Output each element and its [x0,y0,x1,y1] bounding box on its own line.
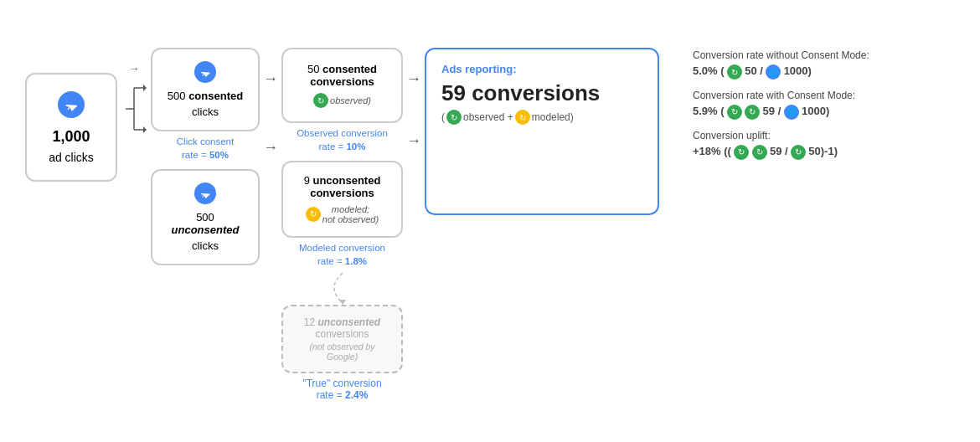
svg-marker-6 [339,300,346,305]
consented-clicks-box: 500 consented clicks [151,48,260,131]
diagram: 1,000 ad clicks → [0,24,980,417]
consented-conversions-box: 50 consentedconversions ↻ observed) [281,48,403,123]
green-observed-icon-1: ↻ [313,93,328,108]
green-icon-stat3a: ↻ [734,145,749,160]
dashed-arrow-section: 12 unconsentedconversions (not observed … [281,271,403,401]
observed-conversion-rate: Observed conversionrate = 10% [281,126,403,153]
green-icon-stat1: ↻ [727,64,742,80]
blue-icon-stat1: 🌐 [766,64,781,80]
ads-reporting-sub: ( ↻ observed + ↻ modeled) [441,110,642,125]
unconsented-clicks-text: 500 unconsented [166,211,245,236]
unconsented-cursor-icon [194,182,216,204]
consented-clicks-text: 500 consented [168,90,243,102]
unconsented-conversions-group: 9 unconsentedconversions ↻ modeled;not o… [281,161,403,401]
green-icon-stat2a: ↻ [727,105,742,120]
clicks-column: 500 consented clicks Click consentrate =… [151,48,260,265]
stat-with-consent: Conversion rate with Consent Mode: 5.9% … [693,88,869,120]
green-icon-stat3b: ↻ [752,145,767,160]
modeled-conversion-rate: Modeled conversionrate = 1.8% [281,241,403,268]
green-icon-reporting: ↻ [446,110,462,125]
consented-cursor-icon [194,61,216,83]
middle-arrows: → → [260,48,281,178]
click-consent-rate: Click consentrate = 50% [151,135,260,162]
ads-reporting-title: Ads reporting: [441,63,642,75]
green-icon-stat2b: ↻ [745,105,760,120]
arrow-unconsented-to-ads: → [403,110,425,172]
yellow-icon-reporting: ↻ [515,110,530,125]
ad-clicks-box: 1,000 ad clicks [25,73,117,182]
unconsented-clicks-group: 500 unconsented clicks [151,169,260,265]
svg-marker-5 [143,126,147,133]
right-section: Ads reporting: 59 conversions ( ↻ observ… [425,48,869,215]
stat-without-consent: Conversion rate without Consent Mode: 5.… [693,48,869,80]
green-icon-stat3c: ↻ [791,145,806,160]
true-conversion-rate: "True" conversionrate = 2.4% [302,378,381,401]
svg-marker-4 [143,85,147,91]
blue-icon-stat2: 🌐 [784,105,799,120]
stat-uplift: Conversion uplift: +18% (( ↻ ↻ 59 / ↻ 50… [693,128,869,160]
cursor-icon [58,91,85,118]
right-arrows: → → [403,48,425,172]
arrow-consented-to-ads: → [403,48,425,110]
arrow-to-consented: → [260,48,281,110]
unconsented-clicks-box: 500 unconsented clicks [151,169,260,265]
stats-section: Conversion rate without Consent Mode: 5.… [679,48,869,159]
consented-conversions-group: 50 consentedconversions ↻ observed) Obse… [281,48,403,153]
arrow-to-unconsented: → [260,116,281,178]
unconsented-conversions-box: 9 unconsentedconversions ↻ modeled;not o… [281,161,403,238]
consented-clicks-label: clicks [192,105,219,118]
consented-clicks-group: 500 consented clicks Click consentrate =… [151,48,260,162]
main-layout: 1,000 ad clicks → [25,41,955,400]
ads-reporting-conversions: 59 conversions [441,80,642,106]
ad-clicks-number: 1,000 [52,128,90,146]
true-conversions-box: 12 unconsentedconversions (not observed … [281,305,403,373]
conversions-column: 50 consentedconversions ↻ observed) Obse… [281,48,403,400]
unconsented-clicks-label: clicks [192,239,219,252]
yellow-modeled-icon-1: ↻ [306,207,321,222]
ads-reporting-box: Ads reporting: 59 conversions ( ↻ observ… [425,48,659,215]
ad-clicks-label: ad clicks [49,151,94,164]
dashed-curve-arrow [317,271,368,305]
split-arrow-svg [121,71,147,146]
